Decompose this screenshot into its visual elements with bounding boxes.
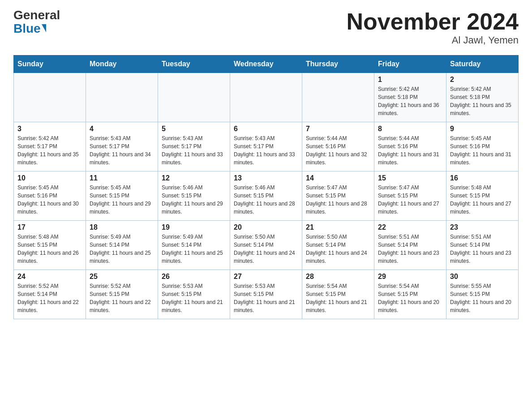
day-number: 13 (234, 174, 298, 182)
day-of-week-header: Saturday (446, 56, 519, 73)
day-number: 6 (234, 125, 298, 133)
day-number: 1 (378, 76, 442, 84)
day-sun-info: Sunrise: 5:49 AM Sunset: 5:14 PM Dayligh… (90, 233, 154, 265)
calendar-day-cell: 9Sunrise: 5:45 AM Sunset: 5:16 PM Daylig… (446, 122, 519, 171)
day-number: 9 (450, 125, 515, 133)
day-sun-info: Sunrise: 5:48 AM Sunset: 5:15 PM Dayligh… (450, 184, 515, 216)
day-sun-info: Sunrise: 5:44 AM Sunset: 5:16 PM Dayligh… (306, 134, 370, 167)
day-sun-info: Sunrise: 5:43 AM Sunset: 5:17 PM Dayligh… (90, 134, 154, 167)
calendar-day-cell (14, 73, 86, 122)
calendar-week-row: 1Sunrise: 5:42 AM Sunset: 5:18 PM Daylig… (14, 73, 519, 122)
day-number: 8 (378, 125, 442, 133)
day-sun-info: Sunrise: 5:52 AM Sunset: 5:14 PM Dayligh… (17, 282, 82, 314)
logo-triangle-icon (42, 24, 46, 32)
day-sun-info: Sunrise: 5:53 AM Sunset: 5:15 PM Dayligh… (162, 282, 226, 314)
calendar-day-cell: 24Sunrise: 5:52 AM Sunset: 5:14 PM Dayli… (14, 270, 86, 319)
day-number: 20 (234, 223, 298, 231)
day-sun-info: Sunrise: 5:46 AM Sunset: 5:15 PM Dayligh… (162, 184, 226, 216)
day-sun-info: Sunrise: 5:43 AM Sunset: 5:17 PM Dayligh… (234, 134, 298, 167)
day-number: 17 (17, 223, 82, 231)
day-sun-info: Sunrise: 5:51 AM Sunset: 5:14 PM Dayligh… (450, 233, 515, 265)
calendar-day-cell: 15Sunrise: 5:47 AM Sunset: 5:15 PM Dayli… (374, 171, 446, 221)
day-of-week-header: Thursday (302, 56, 374, 73)
day-sun-info: Sunrise: 5:51 AM Sunset: 5:14 PM Dayligh… (378, 233, 442, 265)
calendar-week-row: 10Sunrise: 5:45 AM Sunset: 5:16 PM Dayli… (14, 171, 519, 221)
day-number: 14 (306, 174, 370, 182)
day-number: 18 (90, 223, 154, 231)
calendar-day-cell: 6Sunrise: 5:43 AM Sunset: 5:17 PM Daylig… (230, 122, 302, 171)
calendar-header-row: SundayMondayTuesdayWednesdayThursdayFrid… (14, 56, 519, 73)
day-number: 19 (162, 223, 226, 231)
day-sun-info: Sunrise: 5:53 AM Sunset: 5:15 PM Dayligh… (234, 282, 298, 314)
day-sun-info: Sunrise: 5:42 AM Sunset: 5:18 PM Dayligh… (378, 85, 442, 117)
day-sun-info: Sunrise: 5:54 AM Sunset: 5:15 PM Dayligh… (306, 282, 370, 314)
day-sun-info: Sunrise: 5:52 AM Sunset: 5:15 PM Dayligh… (90, 282, 154, 314)
calendar-day-cell: 28Sunrise: 5:54 AM Sunset: 5:15 PM Dayli… (302, 270, 374, 319)
calendar-day-cell (158, 73, 230, 122)
calendar-day-cell: 25Sunrise: 5:52 AM Sunset: 5:15 PM Dayli… (86, 270, 158, 319)
calendar-day-cell: 12Sunrise: 5:46 AM Sunset: 5:15 PM Dayli… (158, 171, 230, 221)
calendar-day-cell (302, 73, 374, 122)
day-number: 29 (378, 273, 442, 281)
calendar-day-cell: 2Sunrise: 5:42 AM Sunset: 5:18 PM Daylig… (446, 73, 519, 122)
day-number: 3 (17, 125, 82, 133)
day-number: 2 (450, 76, 515, 84)
calendar-day-cell: 14Sunrise: 5:47 AM Sunset: 5:15 PM Dayli… (302, 171, 374, 221)
day-sun-info: Sunrise: 5:44 AM Sunset: 5:16 PM Dayligh… (378, 134, 442, 167)
day-number: 21 (306, 223, 370, 231)
day-sun-info: Sunrise: 5:50 AM Sunset: 5:14 PM Dayligh… (234, 233, 298, 265)
calendar-day-cell: 29Sunrise: 5:54 AM Sunset: 5:15 PM Dayli… (374, 270, 446, 319)
day-number: 22 (378, 223, 442, 231)
logo: General Blue (13, 9, 60, 36)
calendar-week-row: 17Sunrise: 5:48 AM Sunset: 5:15 PM Dayli… (14, 221, 519, 270)
calendar-day-cell: 19Sunrise: 5:49 AM Sunset: 5:14 PM Dayli… (158, 221, 230, 270)
page-header: General Blue November 2024 Al Jawl, Yeme… (13, 9, 519, 46)
calendar-day-cell: 4Sunrise: 5:43 AM Sunset: 5:17 PM Daylig… (86, 122, 158, 171)
calendar-week-row: 3Sunrise: 5:42 AM Sunset: 5:17 PM Daylig… (14, 122, 519, 171)
day-sun-info: Sunrise: 5:46 AM Sunset: 5:15 PM Dayligh… (234, 184, 298, 216)
day-sun-info: Sunrise: 5:47 AM Sunset: 5:15 PM Dayligh… (378, 184, 442, 216)
day-number: 28 (306, 273, 370, 281)
calendar-day-cell: 5Sunrise: 5:43 AM Sunset: 5:17 PM Daylig… (158, 122, 230, 171)
calendar-day-cell: 22Sunrise: 5:51 AM Sunset: 5:14 PM Dayli… (374, 221, 446, 270)
calendar-day-cell: 18Sunrise: 5:49 AM Sunset: 5:14 PM Dayli… (86, 221, 158, 270)
calendar-day-cell: 10Sunrise: 5:45 AM Sunset: 5:16 PM Dayli… (14, 171, 86, 221)
calendar-day-cell: 7Sunrise: 5:44 AM Sunset: 5:16 PM Daylig… (302, 122, 374, 171)
day-sun-info: Sunrise: 5:45 AM Sunset: 5:16 PM Dayligh… (450, 134, 515, 167)
day-number: 4 (90, 125, 154, 133)
day-number: 24 (17, 273, 82, 281)
calendar-day-cell: 17Sunrise: 5:48 AM Sunset: 5:15 PM Dayli… (14, 221, 86, 270)
day-sun-info: Sunrise: 5:42 AM Sunset: 5:18 PM Dayligh… (450, 85, 515, 117)
calendar-day-cell: 23Sunrise: 5:51 AM Sunset: 5:14 PM Dayli… (446, 221, 519, 270)
calendar-day-cell: 11Sunrise: 5:45 AM Sunset: 5:15 PM Dayli… (86, 171, 158, 221)
calendar-day-cell (86, 73, 158, 122)
day-number: 26 (162, 273, 226, 281)
day-sun-info: Sunrise: 5:55 AM Sunset: 5:15 PM Dayligh… (450, 282, 515, 314)
day-of-week-header: Monday (86, 56, 158, 73)
calendar-day-cell: 3Sunrise: 5:42 AM Sunset: 5:17 PM Daylig… (14, 122, 86, 171)
day-sun-info: Sunrise: 5:43 AM Sunset: 5:17 PM Dayligh… (162, 134, 226, 167)
calendar-table: SundayMondayTuesdayWednesdayThursdayFrid… (13, 55, 519, 319)
day-number: 11 (90, 174, 154, 182)
month-title: November 2024 (347, 9, 519, 34)
day-number: 25 (90, 273, 154, 281)
calendar-day-cell: 21Sunrise: 5:50 AM Sunset: 5:14 PM Dayli… (302, 221, 374, 270)
calendar-day-cell: 13Sunrise: 5:46 AM Sunset: 5:15 PM Dayli… (230, 171, 302, 221)
day-number: 16 (450, 174, 515, 182)
day-number: 15 (378, 174, 442, 182)
day-number: 30 (450, 273, 515, 281)
calendar-day-cell: 27Sunrise: 5:53 AM Sunset: 5:15 PM Dayli… (230, 270, 302, 319)
day-number: 10 (17, 174, 82, 182)
day-number: 23 (450, 223, 515, 231)
day-sun-info: Sunrise: 5:54 AM Sunset: 5:15 PM Dayligh… (378, 282, 442, 314)
logo-general-text: General (13, 9, 60, 21)
location-subtitle: Al Jawl, Yemen (347, 34, 519, 46)
day-sun-info: Sunrise: 5:47 AM Sunset: 5:15 PM Dayligh… (306, 184, 370, 216)
day-of-week-header: Friday (374, 56, 446, 73)
day-sun-info: Sunrise: 5:48 AM Sunset: 5:15 PM Dayligh… (17, 233, 82, 265)
day-of-week-header: Sunday (14, 56, 86, 73)
day-sun-info: Sunrise: 5:50 AM Sunset: 5:14 PM Dayligh… (306, 233, 370, 265)
day-sun-info: Sunrise: 5:49 AM Sunset: 5:14 PM Dayligh… (162, 233, 226, 265)
calendar-week-row: 24Sunrise: 5:52 AM Sunset: 5:14 PM Dayli… (14, 270, 519, 319)
calendar-day-cell: 26Sunrise: 5:53 AM Sunset: 5:15 PM Dayli… (158, 270, 230, 319)
